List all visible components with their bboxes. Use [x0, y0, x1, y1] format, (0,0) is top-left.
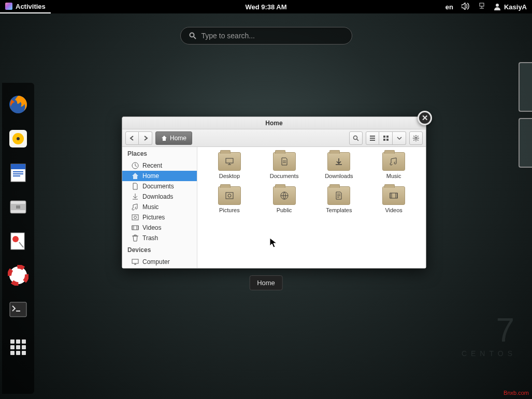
- devices-header: Devices: [122, 243, 197, 257]
- svg-rect-27: [132, 259, 138, 263]
- search-button[interactable]: [349, 131, 363, 145]
- workspace-switcher: [519, 62, 532, 168]
- dock-firefox[interactable]: [7, 93, 30, 116]
- dock-writer[interactable]: [7, 161, 30, 184]
- svg-rect-28: [226, 158, 233, 163]
- svg-point-1: [496, 4, 499, 7]
- folder-videos[interactable]: Videos: [369, 186, 419, 213]
- svg-point-14: [9, 267, 27, 284]
- app-grid-button[interactable]: [7, 332, 30, 355]
- os-branding: 7 CENTOS: [462, 311, 516, 358]
- sidebar-music[interactable]: Music: [122, 202, 197, 212]
- language-indicator[interactable]: en: [445, 3, 453, 11]
- window-title: Home: [122, 117, 426, 129]
- svg-rect-32: [390, 193, 397, 198]
- activities-button[interactable]: Activities: [0, 0, 51, 13]
- svg-point-6: [17, 137, 20, 140]
- folder-desktop[interactable]: Desktop: [205, 152, 254, 179]
- svg-point-13: [12, 236, 19, 242]
- network-icon[interactable]: [478, 3, 485, 11]
- svg-rect-11: [16, 205, 20, 209]
- sidebar-videos[interactable]: Videos: [122, 223, 197, 233]
- folder-documents[interactable]: Documents: [260, 152, 309, 179]
- svg-rect-0: [480, 3, 484, 6]
- dock: [2, 83, 34, 394]
- watermark: Bnxb.com: [504, 390, 529, 396]
- folder-templates[interactable]: Templates: [314, 186, 364, 213]
- home-icon: [161, 135, 167, 141]
- svg-point-30: [228, 194, 231, 197]
- svg-rect-29: [226, 193, 233, 199]
- dock-software[interactable]: [7, 230, 30, 253]
- search-placeholder: Type to search...: [202, 32, 255, 40]
- back-button[interactable]: [125, 131, 139, 145]
- folder-view[interactable]: Desktop Documents Downloads Music Pictur…: [197, 147, 426, 268]
- window-tooltip: Home: [249, 275, 283, 290]
- folder-pictures[interactable]: Pictures: [205, 186, 254, 213]
- volume-icon[interactable]: [462, 3, 470, 11]
- dock-help[interactable]: [7, 264, 30, 287]
- user-menu[interactable]: KasiyA: [494, 3, 527, 11]
- sidebar-computer[interactable]: Computer: [122, 257, 197, 267]
- sidebar-recent[interactable]: Recent: [122, 160, 197, 171]
- sidebar-pictures[interactable]: Pictures: [122, 212, 197, 223]
- clock[interactable]: Wed 9:38 AM: [245, 3, 286, 11]
- view-options-button[interactable]: [393, 131, 406, 145]
- view-grid-button[interactable]: [379, 131, 393, 145]
- search-icon: [189, 32, 196, 39]
- svg-rect-26: [132, 226, 138, 230]
- close-button[interactable]: ✕: [418, 111, 432, 125]
- sidebar-downloads[interactable]: Downloads: [122, 191, 197, 202]
- mouse-cursor: [270, 238, 278, 248]
- svg-point-22: [415, 137, 417, 139]
- svg-rect-18: [383, 136, 385, 138]
- sidebar-home[interactable]: Home: [122, 171, 197, 181]
- dock-terminal[interactable]: [7, 298, 30, 321]
- sidebar-documents[interactable]: Documents: [122, 181, 197, 191]
- toolbar: Home: [122, 129, 426, 147]
- os-name: CENTOS: [462, 349, 516, 358]
- folder-public[interactable]: Public: [260, 186, 309, 213]
- folder-downloads[interactable]: Downloads: [314, 152, 364, 179]
- path-home-button[interactable]: Home: [155, 131, 192, 145]
- forward-button[interactable]: [139, 131, 152, 145]
- places-header: Places: [122, 147, 197, 160]
- svg-rect-20: [383, 139, 385, 141]
- dock-archive[interactable]: [7, 196, 30, 218]
- os-version: 7: [496, 311, 516, 349]
- svg-point-17: [354, 136, 357, 139]
- dock-rhythmbox[interactable]: [7, 127, 30, 150]
- activities-icon: [5, 3, 12, 10]
- path-label: Home: [170, 135, 186, 142]
- top-bar: Activities Wed 9:38 AM en KasiyA: [0, 0, 532, 13]
- gear-icon: [412, 135, 420, 142]
- folder-music[interactable]: Music: [369, 152, 419, 179]
- svg-rect-8: [11, 164, 25, 169]
- sidebar: Places Recent Home Documents Downloads M…: [122, 147, 197, 268]
- svg-point-2: [190, 33, 194, 37]
- svg-rect-24: [132, 215, 138, 220]
- workspace-2[interactable]: [519, 118, 532, 168]
- view-list-button[interactable]: [366, 131, 379, 145]
- svg-rect-16: [10, 302, 26, 317]
- activities-label: Activities: [16, 3, 46, 10]
- svg-rect-21: [386, 139, 389, 141]
- username-label: KasiyA: [504, 3, 527, 11]
- svg-rect-19: [386, 136, 389, 138]
- search-input[interactable]: Type to search...: [180, 27, 352, 45]
- sidebar-trash[interactable]: Trash: [122, 233, 197, 243]
- user-icon: [494, 3, 501, 10]
- workspace-1[interactable]: [519, 62, 532, 112]
- svg-point-25: [134, 216, 137, 219]
- settings-button[interactable]: [409, 131, 423, 145]
